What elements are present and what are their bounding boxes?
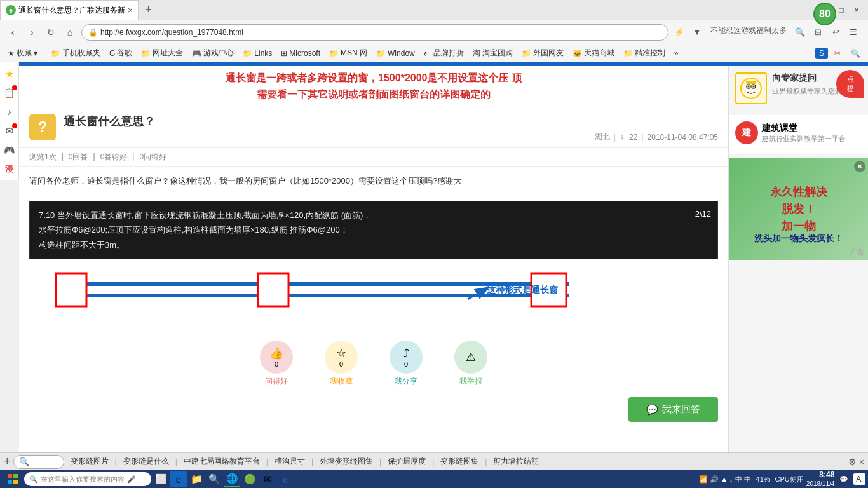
title-bar: e 通长窗什么意思？广联达服务新 × + 80 — □ × [0, 0, 868, 20]
bookmark-nav[interactable]: 📁 网址大全 [137, 46, 187, 60]
search-icon-task: 🔍 [29, 475, 38, 484]
share-count: 0 [404, 360, 408, 368]
bookmark-links[interactable]: 📁 Links [239, 48, 276, 59]
bottom-bar: + 🔍 变形缝图片 | 变形缝是什么 | 中建七局网络教育平台 | 槽沟尺寸 |… [0, 452, 868, 470]
menu-icon[interactable]: ☰ [846, 25, 860, 39]
bookmark-brand[interactable]: 🏷 品牌打折 [420, 46, 468, 60]
point-button[interactable]: 点提 [836, 70, 864, 98]
svg-point-4 [753, 86, 755, 88]
bookmark-sep [44, 48, 44, 58]
volume-icon[interactable]: 🔊 [710, 475, 719, 484]
chat-icon: 💬 [646, 404, 658, 416]
ime-icon[interactable]: 中 [744, 475, 751, 484]
back2-icon[interactable]: ↩ [829, 25, 843, 39]
report-button[interactable]: ⚠ 我举报 [454, 341, 487, 387]
down-icon[interactable]: ↓ [729, 475, 733, 483]
home-button[interactable]: ⌂ [62, 25, 78, 40]
ie-app[interactable]: e [277, 471, 294, 487]
bottom-search-box[interactable]: 🔍 [13, 455, 64, 469]
bookmark-favorites[interactable]: ★ 收藏 ▾ [4, 46, 41, 60]
new-tab-button[interactable]: + [139, 3, 158, 17]
bottom-link-2[interactable]: 变形缝是什么 [119, 455, 173, 468]
bookmark-more[interactable]: » [670, 48, 682, 59]
mail-app[interactable]: ✉ [259, 471, 276, 487]
start-button[interactable] [3, 473, 23, 485]
bookmark-tmall[interactable]: 🐱 天猫商城 [569, 46, 618, 60]
explorer-app[interactable]: 📁 [188, 471, 205, 487]
bookmark-search[interactable]: 🔍 [847, 48, 864, 59]
tab-favicon: e [6, 5, 16, 15]
reply-button[interactable]: 💬 我来回答 [628, 397, 718, 422]
taskview-button[interactable]: ⬜ [153, 471, 169, 487]
bookmark-mobile[interactable]: 📁 手机收藏夹 [47, 46, 104, 60]
side-manga-button[interactable]: 漫 [1, 160, 18, 178]
star-button[interactable]: ☆ 0 我收藏 [325, 341, 358, 387]
lock-icon: 🔒 [88, 28, 98, 37]
refresh-button[interactable]: ↻ [43, 25, 58, 40]
add-tab-button[interactable]: + [4, 455, 11, 468]
bookmark-google[interactable]: G 谷歌 [105, 46, 136, 60]
share-button[interactable]: ⤴ 0 我分享 [390, 341, 423, 387]
svg-rect-9 [13, 480, 18, 484]
bottom-link-6[interactable]: 保护层厚度 [384, 455, 430, 468]
bottom-link-1[interactable]: 变形缝图片 [67, 455, 112, 468]
forward-button[interactable]: › [24, 25, 39, 40]
bookmark-foreign[interactable]: 📁 外国网友 [518, 46, 567, 60]
bookmark-game[interactable]: 🎮 游戏中心 [188, 46, 238, 60]
bottom-link-8[interactable]: 剪力墙拉结筋 [489, 455, 543, 468]
bookmark-control[interactable]: 📁 精准控制 [620, 46, 669, 60]
search-app[interactable]: 🔍 [206, 471, 222, 487]
question-header: ? 通长窗什么意思？ 湖北 | ♀ 22 | 2018-11-04 08:47:… [19, 106, 728, 148]
views-stat: 浏览1次 [29, 152, 57, 163]
browser-tab[interactable]: e 通长窗什么意思？广联达服务新 × [0, 0, 139, 20]
bottom-link-4[interactable]: 槽沟尺寸 [271, 455, 309, 468]
edge-app[interactable]: e [170, 471, 187, 487]
address-input[interactable]: 🔒 http://e.fwxgx.com/question_1977048.ht… [81, 24, 668, 41]
back-button[interactable]: ‹ [5, 25, 20, 40]
good-button[interactable]: 👍 0 问得好 [260, 341, 293, 387]
close-bottom-icon[interactable]: × [859, 457, 864, 467]
bookmark-taobao[interactable]: 淘 淘宝团购 [469, 46, 517, 60]
taskbar-search[interactable]: 🔍 在这里输入你要搜索的内容 🎤 [24, 472, 151, 486]
time-display: 8:48 [806, 470, 835, 480]
side-star-button[interactable]: ★ [1, 65, 18, 83]
side-note-button[interactable]: 📋 [1, 84, 18, 102]
lang-icon[interactable]: 中 [735, 475, 742, 484]
network-icon[interactable]: 📶 [699, 475, 708, 484]
search-addr-icon[interactable]: 🔍 [793, 25, 807, 39]
folder-icon6: 📁 [623, 49, 633, 58]
bottom-link-3[interactable]: 中建七局网络教育平台 [180, 455, 264, 468]
bookmark-msn[interactable]: 📁 MSN 网 [325, 46, 371, 60]
bookmark-ext2[interactable]: ✂ [831, 48, 844, 59]
side-mail-button[interactable]: ✉ [1, 122, 18, 140]
date-display: 2018/11/4 [806, 480, 835, 488]
share-label: 我分享 [395, 376, 417, 387]
diagram-note: 这种形式是通长窗 [487, 285, 558, 296]
brand-icon: 🏷 [424, 49, 431, 58]
bookmark-microsoft[interactable]: ⊞ Microsoft [277, 48, 324, 59]
bottom-link-7[interactable]: 变形缝图集 [437, 455, 482, 468]
bookmark-ext1[interactable]: S [815, 48, 828, 59]
red-box-middle [258, 273, 288, 306]
grid-icon[interactable]: ⊞ [811, 25, 825, 39]
side-game-button[interactable]: 🎮 [1, 141, 18, 159]
close-window-button[interactable]: × [850, 4, 863, 17]
dropdown-addr-icon[interactable]: ▼ [690, 25, 704, 39]
restore-button[interactable]: □ [835, 4, 848, 17]
share-circle: ⤴ 0 [390, 341, 423, 374]
bookmark-window[interactable]: 📁 Window [372, 48, 419, 59]
share-addr-icon[interactable]: ⚡ [672, 25, 686, 39]
browser-app[interactable]: 🌐 [224, 471, 240, 487]
settings-icon[interactable]: ⚙ [848, 457, 857, 467]
tab-title: 通长窗什么意思？广联达服务新 [18, 5, 125, 16]
tab-close-button[interactable]: × [128, 5, 133, 15]
green-app[interactable]: 🟢 [241, 471, 258, 487]
notification-icon[interactable]: 💬 [839, 475, 848, 484]
ad-close-button[interactable]: × [854, 161, 865, 172]
side-music-button[interactable]: ♪ [1, 103, 18, 121]
bottom-link-5[interactable]: 外墙变形缝图集 [316, 455, 377, 468]
question-title-area: 通长窗什么意思？ 湖北 | ♀ 22 | 2018-11-04 08:47:05 [64, 114, 718, 142]
ad-label: 广告 [850, 248, 864, 257]
arrow-up[interactable]: ▲ [721, 475, 728, 483]
music-icon: ♪ [7, 107, 11, 117]
